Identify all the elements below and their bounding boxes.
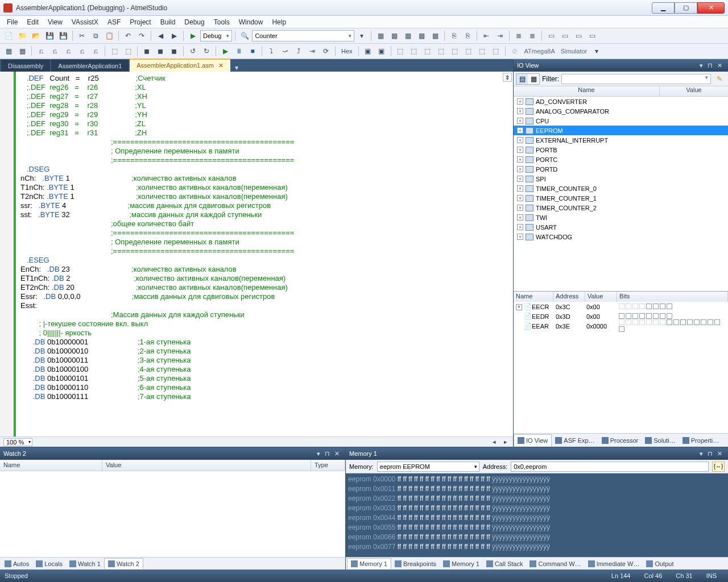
panel-close-icon[interactable]: ✕	[715, 62, 725, 69]
scroll-right-icon[interactable]: ▸	[502, 438, 510, 446]
tb-icon[interactable]: ▦	[402, 30, 414, 42]
tb2-icon[interactable]: ◼	[140, 45, 153, 57]
io-node[interactable]: +TIMER_COUNTER_0	[514, 184, 728, 193]
tb2-icon[interactable]: ⬚	[421, 45, 434, 57]
hex-toggle[interactable]: Hex	[338, 45, 355, 57]
panel-menu-icon[interactable]: ▾	[315, 450, 322, 458]
tb2-icon[interactable]: ⎌	[62, 45, 75, 57]
bookmark-clear-icon[interactable]: ▭	[586, 30, 598, 42]
menu-edit[interactable]: Edit	[22, 16, 43, 28]
nav-back-icon[interactable]: ◀	[154, 30, 167, 42]
panel-pin-icon[interactable]: ⊓	[705, 62, 715, 69]
io-node[interactable]: +PORTB	[514, 145, 728, 155]
tb2-icon[interactable]: ⎌	[35, 45, 47, 57]
tb2-icon[interactable]: ⬚	[462, 45, 475, 57]
tb2-icon[interactable]: ⎌	[76, 45, 88, 57]
panel-tab[interactable]: IO View	[514, 434, 552, 446]
panel-tab[interactable]: ASF Exp…	[552, 435, 598, 446]
io-node[interactable]: +EEPROM	[514, 126, 728, 135]
uncomment-icon[interactable]: ≣	[526, 30, 539, 42]
tb2-icon[interactable]: ▣	[375, 45, 388, 57]
io-node[interactable]: +SPI	[514, 174, 728, 184]
step-over-icon[interactable]: ⤻	[279, 45, 291, 57]
tb-icon[interactable]: ⎘	[448, 30, 460, 42]
config-combo[interactable]: Debug	[200, 30, 232, 41]
tb2-icon[interactable]: ⎌	[48, 45, 61, 57]
address-input[interactable]	[511, 462, 709, 472]
comment-icon[interactable]: ≣	[512, 30, 525, 42]
find-icon[interactable]: 🔍	[238, 30, 251, 42]
panel-pin-icon[interactable]: ⊓	[705, 450, 715, 458]
cut-icon[interactable]: ✂	[76, 30, 88, 42]
io-node[interactable]: +ANALOG_COMPARATOR	[514, 106, 728, 116]
bottom-tab[interactable]: Autos	[1, 559, 32, 569]
io-node[interactable]: +PORTC	[514, 155, 728, 164]
save-all-icon[interactable]: 💾	[57, 30, 69, 42]
tabs-dropdown-icon[interactable]: ▾	[231, 64, 242, 72]
indent-left-icon[interactable]: ⇤	[480, 30, 493, 42]
panel-menu-icon[interactable]: ▾	[697, 450, 705, 458]
bookmark-prev-icon[interactable]: ▭	[572, 30, 585, 42]
bottom-tab[interactable]: Memory 1	[347, 558, 391, 569]
filter-input[interactable]	[561, 74, 711, 84]
tb2-icon[interactable]: ⬚	[435, 45, 448, 57]
tb-icon[interactable]: ▦	[415, 30, 428, 42]
zoom-combo[interactable]: 100 %	[3, 438, 32, 446]
scroll-left-icon[interactable]: ◂	[490, 438, 498, 446]
doc-tab[interactable]: AssemblerApplication1.asm✕	[130, 59, 230, 72]
panel-close-icon[interactable]: ✕	[715, 450, 725, 458]
copy-icon[interactable]: ⧉	[89, 30, 102, 42]
bookmark-next-icon[interactable]: ▭	[559, 30, 571, 42]
tb2-icon[interactable]: ⬚	[449, 45, 461, 57]
io-node[interactable]: +TWI	[514, 213, 728, 222]
minimize-button[interactable]: ▁	[652, 2, 675, 14]
panel-tab[interactable]: Soluti…	[642, 435, 679, 446]
menu-debug[interactable]: Debug	[180, 16, 209, 28]
bookmark-icon[interactable]: ▭	[545, 30, 557, 42]
stop-icon[interactable]: ■	[246, 45, 259, 57]
menu-tools[interactable]: Tools	[209, 16, 234, 28]
split-view-icon[interactable]: ⇕	[503, 73, 512, 82]
memory-select[interactable]: eeprom EEPROM	[377, 462, 479, 472]
register-table[interactable]: +📄EECR0x3C0x00📄EEDR0x3D0x00📄EEAR0x3E0x00…	[514, 302, 728, 331]
tb2-icon[interactable]: ⬚	[122, 45, 134, 57]
indent-right-icon[interactable]: ⇥	[494, 30, 506, 42]
watch-grid[interactable]	[0, 471, 345, 557]
highlight-icon[interactable]: ✎	[713, 73, 726, 85]
menu-asf[interactable]: ASF	[103, 16, 125, 28]
menu-file[interactable]: File	[2, 16, 22, 28]
bottom-tab[interactable]: Watch 2	[104, 558, 143, 569]
tb-icon[interactable]: ▦	[388, 30, 400, 42]
doc-tab[interactable]: AssemblerApplication1	[51, 60, 129, 72]
bottom-tab[interactable]: Memory 1	[440, 559, 483, 569]
tb2-icon[interactable]: ▦	[16, 45, 28, 57]
tb2-icon[interactable]: ◼	[168, 45, 180, 57]
register-row[interactable]: 📄EEAR0x3E0x0000	[514, 321, 728, 331]
tb2-icon[interactable]: ↺	[187, 45, 199, 57]
tb2-icon[interactable]: ↻	[200, 45, 213, 57]
save-icon[interactable]: 💾	[43, 30, 56, 42]
code-area[interactable]: .DEF Count = r25 ;Счетчик ;.DEF reg26 = …	[16, 72, 513, 436]
bottom-tab[interactable]: Breakpoints	[391, 559, 440, 569]
view-mode-2-icon[interactable]: ▦	[528, 74, 539, 84]
start-debug-icon[interactable]: ▶	[187, 30, 199, 42]
undo-icon[interactable]: ↶	[122, 30, 134, 42]
bottom-tab[interactable]: Immediate W…	[585, 559, 643, 569]
io-node[interactable]: +CPU	[514, 116, 728, 126]
bottom-tab[interactable]: Call Stack	[483, 559, 527, 569]
io-node[interactable]: +WATCHDOG	[514, 232, 728, 242]
new-project-icon[interactable]: 📁	[16, 30, 28, 42]
io-tree[interactable]: +AD_CONVERTER+ANALOG_COMPARATOR+CPU+EEPR…	[514, 97, 728, 291]
menu-view[interactable]: View	[43, 16, 67, 28]
menu-build[interactable]: Build	[156, 16, 180, 28]
tb2-icon[interactable]: ▦	[2, 45, 15, 57]
tb-icon[interactable]: ▦	[429, 30, 441, 42]
tb2-icon[interactable]: ⎌	[89, 45, 102, 57]
panel-tab[interactable]: Processor	[598, 435, 642, 446]
memory-grid[interactable]: eeprom 0x0000 ff ff ff ff ff ff ff ff ff…	[346, 473, 728, 557]
nav-fwd-icon[interactable]: ▶	[168, 30, 180, 42]
code-editor[interactable]: .DEF Count = r25 ;Счетчик ;.DEF reg26 = …	[0, 72, 513, 436]
maximize-button[interactable]: ▢	[675, 2, 697, 14]
tb2-icon[interactable]: ◼	[154, 45, 167, 57]
step-out-icon[interactable]: ⤴	[292, 45, 305, 57]
